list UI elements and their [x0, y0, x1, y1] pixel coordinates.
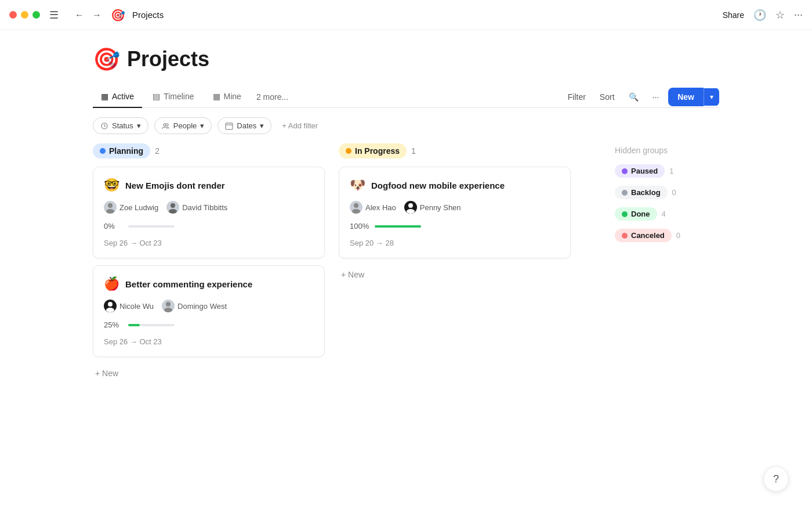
svg-point-12 [354, 203, 358, 208]
add-new-inprogress-button[interactable]: + New [339, 265, 367, 284]
person-nicole: Nicole Wu [104, 300, 154, 312]
dates-filter-arrow: ▾ [260, 121, 264, 130]
card-dogfood-title-row: 🐶 Dogfood new mobile experience [350, 178, 560, 193]
tab-active[interactable]: ▦ Active [93, 86, 142, 108]
card-dogfood-title: Dogfood new mobile experience [371, 181, 505, 190]
hg-badge-backlog[interactable]: Backlog [615, 186, 668, 199]
help-button[interactable]: ? [763, 466, 789, 492]
person-penny-name: Penny Shen [420, 203, 461, 212]
add-new-planning-button[interactable]: + New [93, 364, 121, 383]
forward-button[interactable]: → [90, 9, 104, 21]
svg-point-7 [169, 209, 177, 214]
progress-pct-25: 25% [104, 320, 122, 329]
search-button[interactable]: 🔍 [624, 89, 643, 105]
back-button[interactable]: ← [72, 9, 86, 21]
close-button[interactable] [9, 11, 17, 19]
column-inprogress-header: In Progress 1 [339, 143, 571, 158]
status-filter[interactable]: Status ▾ [93, 117, 148, 134]
dot-backlog [622, 190, 628, 196]
dot-paused [622, 168, 628, 174]
progress-pct-0: 0% [104, 222, 122, 230]
dates-filter[interactable]: Dates ▾ [217, 117, 271, 134]
tab-timeline-icon: ▤ [153, 92, 160, 101]
hidden-groups-title: Hidden groups [615, 146, 719, 155]
hg-badge-canceled[interactable]: Canceled [615, 229, 672, 242]
star-button[interactable]: ☆ [775, 9, 785, 21]
board-area: Planning 2 🤓 New Emojis dont render Zoe … [0, 143, 812, 383]
sort-button[interactable]: Sort [595, 89, 619, 105]
planning-label: Planning [109, 146, 143, 156]
more-toolbar-button[interactable]: ··· [648, 89, 664, 105]
tab-timeline[interactable]: ▤ Timeline [144, 86, 202, 108]
card-new-emojis-progress: 0% [104, 222, 314, 230]
tab-mine[interactable]: ▦ Mine [205, 86, 249, 108]
person-domingo-name: Domingo West [177, 302, 227, 311]
person-zoe-name: Zoe Ludwig [119, 203, 158, 212]
hg-count-paused: 1 [669, 167, 673, 175]
hg-label-paused: Paused [631, 167, 658, 175]
card-new-emojis-dates: Sep 26 → Oct 23 [104, 239, 314, 247]
svg-point-13 [352, 209, 360, 214]
tab-timeline-label: Timeline [164, 92, 194, 101]
progress-fill-100 [375, 225, 421, 228]
card-commenting-emoji: 🍎 [104, 276, 119, 291]
share-button[interactable]: Share [723, 10, 744, 20]
hg-count-done: 4 [662, 210, 666, 218]
column-inprogress: In Progress 1 🐶 Dogfood new mobile exper… [339, 143, 571, 284]
card-dogfood-dates: Sep 20 → 28 [350, 239, 560, 247]
hidden-group-canceled: Canceled 0 [615, 229, 719, 242]
new-button-group: New ▾ [668, 88, 719, 106]
person-nicole-name: Nicole Wu [119, 302, 154, 311]
nav-buttons: ← → [72, 9, 104, 21]
progress-pct-100: 100% [350, 222, 369, 230]
card-new-emojis[interactable]: 🤓 New Emojis dont render Zoe Ludwig Davi… [93, 167, 325, 258]
card-commenting-people: Nicole Wu Domingo West [104, 300, 314, 312]
card-dogfood[interactable]: 🐶 Dogfood new mobile experience Alex Hao… [339, 167, 571, 258]
tab-active-label: Active [112, 92, 134, 101]
status-badge-planning: Planning [93, 143, 150, 158]
avatar-nicole [104, 300, 117, 312]
avatar-david [166, 201, 179, 214]
add-filter-button[interactable]: + Add filter [277, 118, 322, 134]
status-filter-arrow: ▾ [137, 121, 141, 130]
inprogress-count: 1 [411, 146, 416, 156]
hidden-groups-panel: Hidden groups Paused 1 Backlog 0 Done 4 [615, 143, 719, 250]
planning-count: 2 [155, 146, 160, 156]
hidden-group-backlog: Backlog 0 [615, 186, 719, 199]
svg-point-15 [407, 209, 415, 214]
column-planning-header: Planning 2 [93, 143, 325, 158]
status-badge-inprogress: In Progress [339, 143, 407, 158]
app-icon: 🎯 [111, 8, 125, 22]
more-options-button[interactable]: ··· [794, 9, 803, 21]
tabs-more-button[interactable]: 2 more... [252, 87, 293, 107]
svg-point-8 [108, 302, 113, 307]
hg-badge-paused[interactable]: Paused [615, 164, 665, 178]
maximize-button[interactable] [32, 11, 40, 19]
status-filter-label: Status [112, 121, 133, 130]
tabs-actions: Filter Sort 🔍 ··· New ▾ [563, 88, 719, 106]
history-button[interactable]: 🕐 [753, 9, 766, 21]
card-commenting-dates: Sep 26 → Oct 23 [104, 337, 314, 346]
person-david: David Tibbitts [166, 201, 227, 214]
hg-label-backlog: Backlog [631, 188, 661, 197]
minimize-button[interactable] [21, 11, 28, 19]
progress-bar-bg-0 [128, 225, 175, 228]
svg-point-4 [108, 203, 113, 208]
svg-point-6 [171, 203, 175, 208]
new-main-button[interactable]: New [668, 88, 704, 106]
avatar-penny [404, 201, 417, 214]
hg-badge-done[interactable]: Done [615, 207, 657, 221]
tabs-row: ▦ Active ▤ Timeline ▦ Mine 2 more... Fil… [93, 86, 719, 108]
people-filter[interactable]: People ▾ [154, 117, 212, 134]
card-commenting[interactable]: 🍎 Better commenting experience Nicole Wu… [93, 265, 325, 357]
card-new-emojis-people: Zoe Ludwig David Tibbitts [104, 201, 314, 214]
new-dropdown-button[interactable]: ▾ [704, 88, 719, 106]
filter-button[interactable]: Filter [563, 89, 590, 105]
hg-label-canceled: Canceled [631, 231, 665, 240]
person-david-name: David Tibbitts [182, 203, 227, 212]
status-icon [100, 122, 108, 130]
person-alex-name: Alex Hao [365, 203, 396, 212]
svg-rect-3 [226, 123, 233, 129]
menu-button[interactable]: ☰ [47, 6, 61, 24]
svg-point-9 [106, 308, 114, 312]
